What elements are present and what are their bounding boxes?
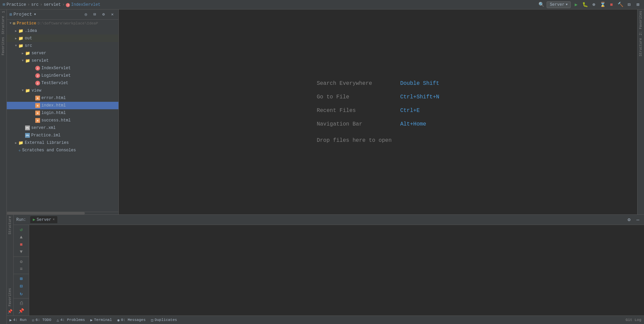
index-html-icon: H	[35, 103, 40, 108]
tree-item-indexservlet[interactable]: J IndexServlet	[7, 64, 118, 72]
project-dropdown-icon[interactable]: ▼	[34, 13, 36, 16]
tree-item-server-xml[interactable]: XML server.xml	[7, 124, 118, 132]
server-arrow: ▶	[20, 52, 25, 55]
scroll-up-button[interactable]: ▲	[18, 234, 25, 241]
print-button[interactable]: ⎙	[18, 300, 25, 307]
error-html-icon: H	[35, 96, 40, 100]
restart-button[interactable]: ↻	[18, 290, 25, 297]
server-folder-name: server	[32, 51, 46, 56]
duplicates-tab-icon: ◫	[151, 318, 153, 322]
favorites-bottom-label[interactable]: Favorites	[7, 287, 13, 308]
project-close-icon[interactable]: ✕	[109, 11, 116, 18]
tree-item-practice-iml[interactable]: IML Practice.iml	[7, 132, 118, 139]
run-minimize-icon[interactable]: —	[634, 216, 641, 223]
status-terminal-tab[interactable]: ▶ Terminal	[90, 318, 112, 322]
tree-item-login-html[interactable]: H login.html	[7, 109, 118, 117]
right-side-strip: 2: Favorites Structure	[637, 9, 644, 214]
welcome-shortcuts: Search Everywhere Double Shift Go to Fil…	[317, 80, 439, 144]
debug-icon[interactable]: 🐛	[582, 1, 588, 8]
coverage-icon[interactable]: ⊕	[590, 1, 597, 8]
profile-icon[interactable]: ⌛	[599, 1, 606, 8]
server-dropdown-icon: ▼	[566, 3, 568, 6]
structure-bottom-label[interactable]: Structure	[7, 215, 13, 236]
breadcrumb-src[interactable]: src	[31, 2, 39, 7]
rerun-button[interactable]: ↺	[18, 226, 25, 233]
structure-right-label[interactable]: Structure	[638, 37, 643, 58]
screenshot-button[interactable]: ⊙	[18, 258, 25, 265]
scroll-down-button[interactable]: ▼	[18, 249, 25, 255]
login-html-name: login.html	[41, 111, 66, 115]
breadcrumb-indexservlet[interactable]: JIndexServlet	[66, 2, 100, 7]
run-config-icon[interactable]: ▶	[573, 1, 580, 8]
pin-icon[interactable]: 📌	[7, 308, 14, 316]
favorites-right-label[interactable]: 2: Favorites	[638, 9, 643, 37]
tree-item-index-html[interactable]: H index.html	[7, 102, 118, 109]
project-title: ⊞ Project ▼	[10, 12, 36, 17]
tree-item-scratches[interactable]: ✧ Scratches and Consoles	[7, 147, 118, 154]
favorites-label[interactable]: Favorites	[1, 36, 6, 57]
idea-folder-icon: 📁	[18, 28, 23, 34]
collapse-button[interactable]: ⊟	[18, 283, 25, 290]
recent-files-row: Recent Files Ctrl+E	[317, 108, 439, 114]
stop-button[interactable]: ■	[18, 241, 25, 248]
build-icon[interactable]: 🔨	[617, 1, 624, 8]
project-settings-icon[interactable]: ⚙	[100, 11, 107, 18]
breadcrumb-practice[interactable]: Practice	[6, 2, 26, 7]
project-header-icons: ◎ ⊟ ⚙ ✕	[82, 11, 116, 18]
locate-file-icon[interactable]: ◎	[82, 11, 89, 18]
run-panel-icons: ⚙ —	[626, 216, 641, 223]
status-todo-tab[interactable]: ☑ 6: TODO	[32, 318, 51, 322]
testservlet-java-icon: J	[35, 81, 40, 85]
status-problems-tab[interactable]: △ 4: Problems	[57, 318, 85, 322]
out-folder-icon: 📁	[18, 36, 23, 41]
go-to-file-row: Go to File Ctrl+Shift+N	[317, 94, 439, 100]
stop-run-icon[interactable]: ■	[608, 1, 615, 8]
tree-item-server[interactable]: ▶ 📁 server	[7, 50, 118, 57]
ext-libs-name: External Libraries	[25, 140, 69, 145]
server-xml-icon: XML	[25, 126, 30, 130]
status-duplicates-tab[interactable]: ◫ Duplicates	[151, 318, 177, 322]
run-content: ↺ ▲ ■ ▼ ⊙ ≡ ⊞ ⊟ ↻ ⎙ 📌	[14, 225, 644, 316]
server-run-tab[interactable]: ▶ Server ×	[30, 216, 57, 223]
project-panel: ⊞ Project ▼ ◎ ⊟ ⚙ ✕ ▼ ⊞	[7, 9, 119, 214]
go-to-file-shortcut: Ctrl+Shift+N	[400, 94, 439, 100]
tree-item-src[interactable]: ▼ 📁 src	[7, 42, 118, 50]
toolbar-sep1	[14, 256, 29, 257]
tree-item-view[interactable]: ▼ 📁 view	[7, 87, 118, 94]
practice-iml-name: Practice.iml	[31, 133, 60, 138]
status-messages-tab[interactable]: ◉ 0: Messages	[117, 318, 146, 322]
tree-item-practice[interactable]: ▼ ⊞ Practice D:\Software\Workplace\IdeaP	[7, 20, 118, 27]
tree-item-servlet[interactable]: ▼ 📁 servlet	[7, 57, 118, 64]
collapse-all-icon[interactable]: ⊟	[91, 11, 98, 18]
structure-label[interactable]: Structure	[1, 15, 6, 36]
tree-item-idea[interactable]: ▶ 📁 .idea	[7, 27, 118, 35]
tree-hscrollbar[interactable]	[7, 212, 118, 214]
filter-button[interactable]: ⊞	[18, 275, 25, 282]
breadcrumb-servlet[interactable]: servlet	[44, 2, 61, 7]
src-folder-icon: 📁	[18, 43, 23, 49]
run-settings-icon[interactable]: ⚙	[626, 216, 632, 223]
project-header: ⊞ Project ▼ ◎ ⊟ ⚙ ✕	[7, 9, 118, 20]
pin-tab-button[interactable]: 📌	[18, 307, 25, 314]
tree-item-error-html[interactable]: H error.html	[7, 94, 118, 102]
status-run-tab[interactable]: ▶ 4: Run	[10, 318, 26, 322]
messages-tab-icon: ◉	[117, 318, 120, 322]
tree-item-loginservlet[interactable]: J LoginServlet	[7, 72, 118, 79]
tree-item-testservlet[interactable]: J TestServlet	[7, 79, 118, 87]
tree-item-out[interactable]: ▶ 📁 out	[7, 35, 118, 42]
view-arrow: ▼	[20, 89, 25, 92]
tree-item-ext-libs[interactable]: ▶ 📁 External Libraries	[7, 139, 118, 147]
recent-files-label: Recent Files	[317, 108, 395, 114]
tree-item-success-html[interactable]: H success.html	[7, 117, 118, 124]
maximize-icon[interactable]: ⊞	[634, 1, 641, 8]
src-name: src	[25, 43, 32, 48]
project-panel-number[interactable]: 1	[1, 9, 6, 15]
server-button[interactable]: Server ▼	[547, 1, 571, 8]
success-html-icon: H	[35, 118, 40, 123]
tree-hscrollbar-thumb[interactable]	[7, 212, 85, 214]
wrap-button[interactable]: ≡	[18, 266, 25, 272]
server-tab-close[interactable]: ×	[53, 218, 55, 222]
search-everywhere-icon[interactable]: 🔍	[538, 1, 545, 8]
minimize-icon[interactable]: ⊟	[626, 1, 632, 8]
practice-iml-icon: IML	[25, 133, 30, 138]
